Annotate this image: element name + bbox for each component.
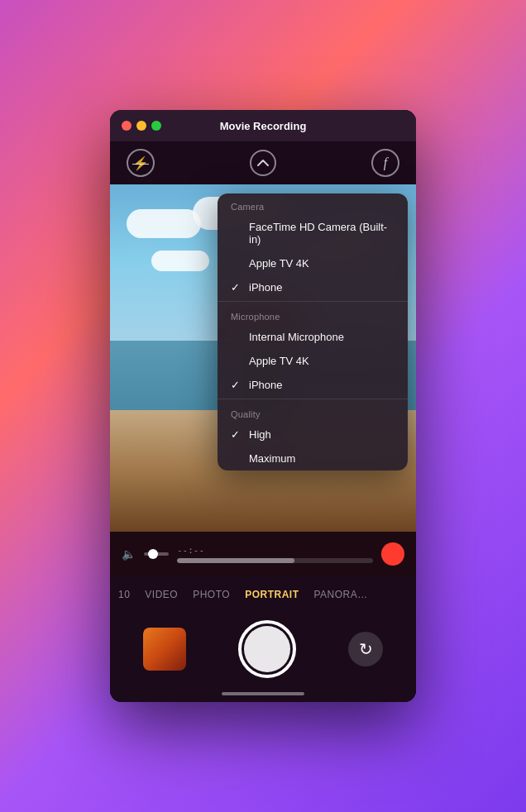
- mic-appletv-label: Apple TV 4K: [249, 355, 309, 367]
- mic-item-appletv[interactable]: ✓ Apple TV 4K: [218, 349, 408, 373]
- mode-tab-video[interactable]: VIDEO: [145, 589, 178, 600]
- chevron-up-icon: [257, 160, 269, 166]
- quality-section-header: Quality: [218, 401, 408, 423]
- cloud: [127, 209, 201, 238]
- mode-tab-slow[interactable]: 10: [118, 589, 130, 600]
- check-quality-high: ✓: [231, 428, 242, 441]
- home-bar: [222, 692, 304, 695]
- camera-section-header: Camera: [218, 193, 408, 215]
- mode-tab-photo[interactable]: PHOTO: [193, 589, 230, 600]
- quality-high-label: High: [249, 428, 271, 441]
- camera-controls: ↻: [110, 613, 416, 685]
- timeline-fill: [177, 558, 294, 563]
- mode-tab-portrait[interactable]: PORTRAIT: [245, 589, 299, 600]
- camera-item-appletv[interactable]: ✓ Apple TV 4K: [218, 251, 408, 275]
- window-title: Movie Recording: [220, 120, 307, 132]
- check-iphone-mic: ✓: [231, 379, 242, 391]
- check-iphone-camera: ✓: [231, 281, 242, 294]
- record-button[interactable]: [381, 542, 404, 566]
- timeline: --:--: [177, 545, 373, 563]
- recording-bar: 🔈 --:--: [110, 532, 416, 576]
- face-icon: f: [384, 155, 387, 170]
- minimize-button[interactable]: [136, 121, 146, 131]
- face-button[interactable]: f: [371, 149, 399, 177]
- divider-1: [218, 301, 408, 302]
- cloud: [151, 251, 209, 271]
- controls-bar: ⚡ f: [110, 141, 416, 184]
- camera-appletv-label: Apple TV 4K: [249, 257, 309, 270]
- microphone-section-header: Microphone: [218, 303, 408, 325]
- chevron-up-button[interactable]: [250, 150, 276, 176]
- mode-tabs: 10 VIDEO PHOTO PORTRAIT PANORA…: [110, 576, 416, 613]
- main-window: Movie Recording ⚡ f: [110, 110, 416, 702]
- flip-camera-button[interactable]: ↻: [348, 632, 383, 666]
- camera-facetime-label: FaceTime HD Camera (Built-in): [249, 221, 394, 246]
- volume-slider[interactable]: [144, 552, 169, 556]
- traffic-lights: [122, 121, 161, 131]
- mic-iphone-label: iPhone: [249, 379, 282, 391]
- capture-button[interactable]: [238, 620, 296, 678]
- divider-2: [218, 399, 408, 399]
- time-display: --:--: [177, 545, 373, 556]
- capture-inner: [244, 626, 290, 672]
- quality-item-high[interactable]: ✓ High: [218, 423, 408, 447]
- dropdown-menu: Camera ✓ FaceTime HD Camera (Built-in) ✓…: [218, 193, 408, 470]
- home-indicator: [110, 685, 416, 702]
- maximize-button[interactable]: [151, 121, 161, 131]
- camera-item-facetime[interactable]: ✓ FaceTime HD Camera (Built-in): [218, 215, 408, 251]
- title-bar: Movie Recording: [110, 110, 416, 141]
- flip-icon: ↻: [359, 639, 373, 659]
- quality-item-maximum[interactable]: ✓ Maximum: [218, 447, 408, 470]
- mic-item-iphone[interactable]: ✓ iPhone: [218, 373, 408, 397]
- close-button[interactable]: [122, 121, 132, 131]
- timeline-track: [177, 558, 373, 563]
- flash-icon: ⚡: [132, 155, 149, 171]
- flash-button[interactable]: ⚡: [127, 149, 155, 177]
- quality-maximum-label: Maximum: [249, 452, 295, 465]
- mode-tab-panorama[interactable]: PANORA…: [314, 589, 368, 600]
- camera-item-iphone[interactable]: ✓ iPhone: [218, 275, 408, 299]
- photo-thumbnail[interactable]: [143, 628, 186, 671]
- volume-icon: 🔈: [122, 547, 136, 561]
- camera-iphone-label: iPhone: [249, 281, 282, 294]
- volume-thumb: [148, 549, 158, 559]
- mic-item-internal[interactable]: ✓ Internal Microphone: [218, 325, 408, 349]
- mic-internal-label: Internal Microphone: [249, 331, 344, 343]
